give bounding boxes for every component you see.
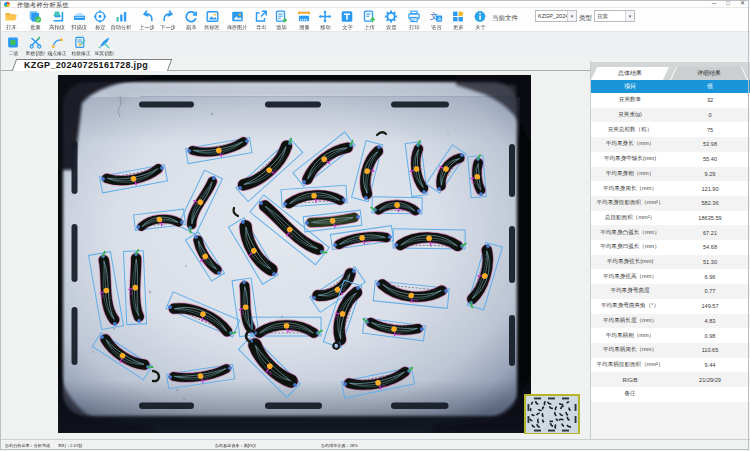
svg-text:24: 24: [100, 294, 105, 299]
svg-text:6: 6: [163, 222, 166, 226]
svg-text:25: 25: [128, 291, 132, 295]
svg-text:31: 31: [290, 329, 294, 333]
svg-text:13: 13: [336, 223, 341, 227]
svg-text:4: 4: [317, 198, 319, 202]
svg-text:A: A: [438, 16, 442, 22]
svg-text:14: 14: [400, 208, 404, 212]
svg-text:30: 30: [382, 384, 387, 389]
svg-text:15: 15: [365, 240, 370, 245]
svg-text:16: 16: [432, 241, 436, 245]
svg-text:29: 29: [396, 332, 401, 337]
svg-text:12: 12: [471, 180, 475, 185]
svg-text:10: 10: [410, 172, 415, 177]
svg-text:18: 18: [239, 311, 244, 316]
svg-text:23: 23: [204, 378, 209, 383]
svg-text:28: 28: [413, 299, 418, 303]
